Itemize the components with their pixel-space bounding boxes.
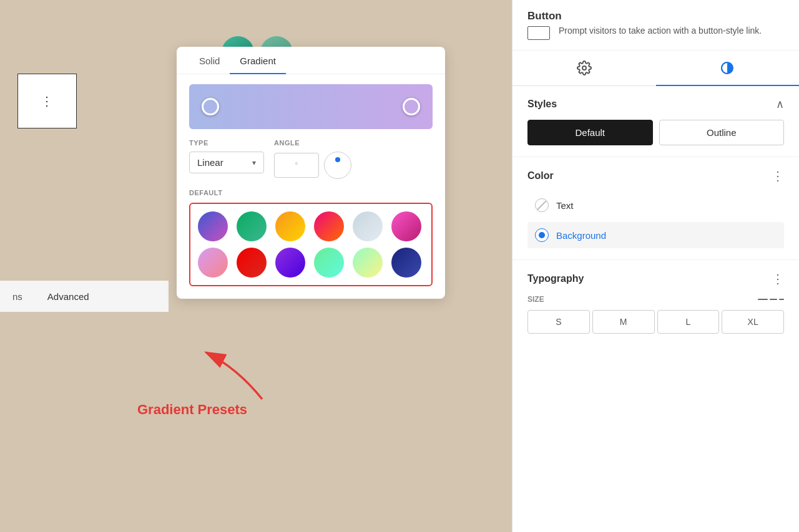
bottom-tabs: ns Advanced: [0, 281, 169, 312]
button-section-desc: Prompt visitors to take action with a bu…: [527, 25, 784, 40]
tab-style-icon[interactable]: [656, 51, 800, 85]
arrow-svg: [194, 346, 268, 402]
color-radio-background: [535, 228, 549, 242]
styles-buttons: Default Outline: [527, 120, 784, 145]
panel-icon-tabs: [512, 51, 799, 86]
type-label: TYPE: [189, 139, 264, 147]
size-buttons: S M L XL: [527, 310, 784, 334]
button-section-title: Button: [527, 10, 784, 22]
size-btn-s[interactable]: S: [527, 310, 590, 334]
widget-box[interactable]: ⋮: [17, 74, 77, 128]
color-label-background: Background: [556, 230, 606, 241]
preset-4[interactable]: [314, 211, 344, 241]
color-option-text[interactable]: Text: [527, 192, 784, 218]
style-btn-outline[interactable]: Outline: [659, 120, 785, 145]
color-section: Color ⋮ Text Background: [512, 157, 799, 260]
widget-dots: ⋮: [41, 94, 54, 109]
size-label: SIZE: [527, 295, 544, 304]
gradient-handle-left[interactable]: [202, 98, 219, 115]
preset-8[interactable]: [237, 248, 267, 278]
preset-5[interactable]: [353, 211, 383, 241]
angle-input[interactable]: °: [274, 153, 319, 178]
angle-inputs: °: [274, 152, 351, 179]
chevron-down-icon: ▾: [252, 158, 256, 167]
size-btn-xl[interactable]: XL: [722, 310, 784, 334]
typography-section-header: Typography ⋮: [527, 271, 784, 286]
annotation: Gradient Presets: [137, 399, 247, 418]
preset-11[interactable]: [353, 248, 383, 278]
preset-12[interactable]: [391, 248, 421, 278]
style-btn-default[interactable]: Default: [527, 120, 653, 145]
styles-title: Styles: [527, 99, 557, 110]
color-radio-text: [535, 198, 549, 212]
gradient-handle-right[interactable]: [403, 98, 420, 115]
degree-symbol: °: [295, 161, 298, 170]
typography-more-icon[interactable]: ⋮: [772, 271, 784, 286]
type-select[interactable]: Linear ▾: [189, 152, 264, 173]
preset-2[interactable]: [237, 211, 267, 241]
tab-advanced[interactable]: Advanced: [35, 284, 102, 309]
controls-row: TYPE Linear ▾ ANGLE °: [177, 139, 445, 179]
color-picker-popup: Solid Gradient TYPE Linear ▾ ANGLE °: [177, 47, 445, 299]
tab-ns[interactable]: ns: [0, 284, 35, 309]
button-section: Button Prompt visitors to take action wi…: [512, 0, 799, 51]
size-adjust-icon[interactable]: [758, 299, 784, 300]
typography-title: Typography: [527, 273, 584, 284]
color-section-title: Color: [527, 170, 554, 181]
annotation-text: Gradient Presets: [137, 402, 247, 418]
tab-gradient[interactable]: Gradient: [230, 47, 286, 74]
angle-label: ANGLE: [274, 139, 351, 147]
preset-9[interactable]: [275, 248, 305, 278]
svg-point-1: [582, 66, 586, 70]
angle-dot: [335, 157, 340, 162]
size-btn-m[interactable]: M: [592, 310, 655, 334]
color-more-icon[interactable]: ⋮: [772, 168, 784, 183]
style-icon: [720, 60, 735, 75]
gradient-presets-grid: [189, 203, 433, 286]
color-section-header: Color ⋮: [527, 168, 784, 183]
picker-tabs: Solid Gradient: [177, 47, 445, 74]
preset-6[interactable]: [391, 211, 421, 241]
button-icon-box: [527, 26, 550, 40]
preset-1[interactable]: [198, 211, 228, 241]
presets-section: DEFAULT: [177, 179, 445, 286]
preset-10[interactable]: [314, 248, 344, 278]
size-btn-l[interactable]: L: [657, 310, 720, 334]
styles-collapse-icon[interactable]: ∧: [776, 97, 784, 111]
button-desc-text: Prompt visitors to take action with a bu…: [559, 25, 762, 37]
right-panel: Button Prompt visitors to take action wi…: [512, 0, 799, 532]
angle-dial[interactable]: [324, 152, 351, 179]
preset-7[interactable]: [198, 248, 228, 278]
presets-label: DEFAULT: [189, 189, 433, 196]
preset-3[interactable]: [275, 211, 305, 241]
gradient-preview[interactable]: [189, 84, 433, 129]
typography-section: Typography ⋮ SIZE S M L XL: [512, 260, 799, 345]
angle-control: ANGLE °: [274, 139, 351, 179]
styles-section-header: Styles ∧: [527, 97, 784, 111]
gear-icon: [577, 60, 592, 75]
tab-settings-icon[interactable]: [512, 51, 656, 85]
styles-section: Styles ∧ Default Outline: [512, 86, 799, 157]
size-row: SIZE: [527, 295, 784, 304]
tab-solid[interactable]: Solid: [189, 47, 230, 74]
type-control: TYPE Linear ▾: [189, 139, 264, 173]
color-label-text: Text: [556, 200, 574, 211]
type-value: Linear: [197, 157, 223, 168]
color-option-background[interactable]: Background: [527, 222, 784, 248]
